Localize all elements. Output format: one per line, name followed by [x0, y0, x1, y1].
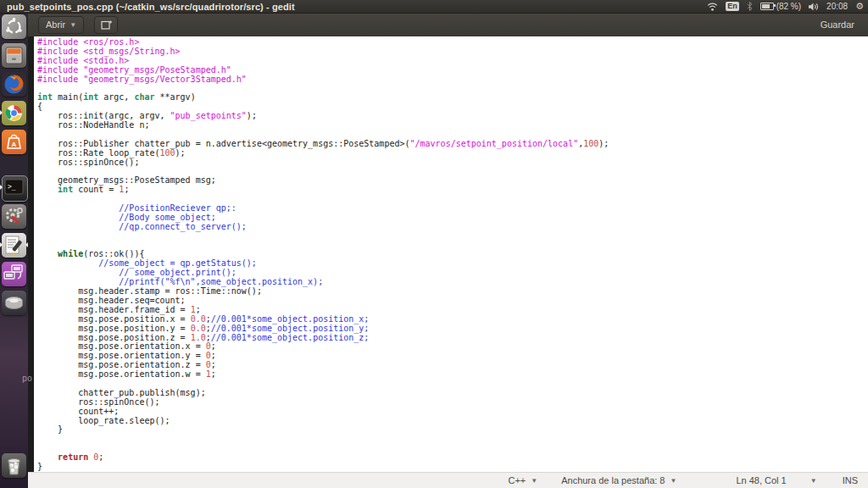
code-line: return 0; [37, 453, 868, 463]
running-indicator-chrome [0, 110, 3, 115]
tab-width-selector[interactable]: Anchura de la pestaña: 8 ▼ [561, 475, 676, 485]
code-line: } [37, 425, 868, 435]
code-line: ros::Rate loop_rate(100); [37, 149, 868, 158]
language-label: C++ [508, 475, 526, 485]
background-text-fragment: po [22, 374, 32, 383]
running-indicator-terminal [0, 185, 3, 190]
chevron-down-icon: ▼ [531, 477, 537, 485]
code-line: #include <std_msgs/String.h> [37, 47, 868, 57]
code-line: ros::spinOnce(); [37, 158, 868, 168]
code-line: //qp.connect_to_server(); [37, 223, 868, 232]
code-line: loop_rate.sleep(); [37, 417, 868, 426]
gedit-window: Abrir ▼ Guardar #include <ros/ros.h>#inc… [28, 13, 868, 488]
code-content: #include <ros/ros.h>#include <std_msgs/S… [34, 36, 868, 472]
gedit-toolbar: Abrir ▼ Guardar [28, 13, 868, 37]
keyboard-indicator[interactable]: En [726, 2, 739, 11]
trash-icon[interactable] [2, 453, 26, 478]
position-dropdown[interactable]: ▼ [810, 477, 817, 485]
code-line: msg.pose.orientation.w = 1; [37, 370, 868, 380]
svg-text:>_: >_ [8, 183, 16, 191]
code-line: #include "geometry_msgs/Vector3Stamped.h… [37, 75, 868, 85]
chevron-down-icon: ▼ [670, 477, 676, 485]
gear-icon[interactable]: ⚙ [855, 1, 864, 12]
code-line [37, 444, 868, 453]
software-center-icon[interactable]: A [2, 130, 26, 154]
status-bar: C++ ▼ Anchura de la pestaña: 8 ▼ Ln 48, … [28, 472, 868, 488]
bluetooth-icon[interactable] [747, 2, 753, 11]
code-line: ros::NodeHandle n; [37, 121, 868, 130]
system-settings-icon[interactable] [2, 204, 26, 229]
new-document-button[interactable] [94, 16, 118, 34]
code-line: int main(int argc, char **argv) [37, 93, 868, 103]
code-line: int count = 1; [37, 186, 868, 195]
code-line: ros::spinOnce(); [37, 398, 868, 408]
save-button[interactable]: Guardar [815, 19, 860, 30]
desktop: pub_setpoints_pos.cpp (~/catkin_ws/src/q… [0, 0, 868, 488]
wifi-icon[interactable] [707, 3, 718, 11]
hard-disk-icon[interactable] [2, 291, 26, 315]
gedit-icon[interactable] [2, 233, 26, 258]
code-line [37, 435, 868, 444]
code-line [37, 232, 868, 241]
text-editor-area[interactable]: #include <ros/ros.h>#include <std_msgs/S… [28, 36, 868, 472]
svg-text:A: A [12, 141, 17, 148]
insert-mode-label: INS [843, 475, 858, 485]
unity-launcher: A >_ [0, 13, 28, 488]
window-title: pub_setpoints_pos.cpp (~/catkin_ws/src/q… [7, 2, 295, 12]
tab-width-label: Anchura de la pestaña: 8 [561, 475, 665, 485]
firefox-icon[interactable] [2, 72, 26, 97]
chrome-icon[interactable] [2, 101, 26, 125]
code-line: geometry_msgs::PoseStamped msg; [37, 176, 868, 186]
remote-desktop-icon[interactable] [2, 262, 26, 286]
open-button[interactable]: Abrir ▼ [38, 16, 84, 34]
battery-indicator[interactable]: (82 %) [760, 2, 801, 11]
code-line: chatter_pub.publish(msg); [37, 389, 868, 398]
new-document-icon [101, 19, 112, 30]
code-line: ros::init(argc, argv, "pub_setpoints"); [37, 112, 868, 121]
files-icon[interactable] [2, 43, 26, 68]
code-line [37, 241, 868, 251]
clock[interactable]: 20:08 [826, 2, 848, 11]
volume-icon[interactable] [809, 3, 819, 11]
battery-icon [760, 3, 774, 10]
running-indicator-gedit [0, 242, 3, 247]
open-button-label: Abrir [46, 19, 65, 30]
language-selector[interactable]: C++ ▼ [508, 475, 537, 485]
top-panel: pub_setpoints_pos.cpp (~/catkin_ws/src/q… [0, 0, 868, 14]
focused-indicator-gedit [25, 242, 28, 247]
terminal-icon[interactable]: >_ [2, 175, 28, 202]
indicator-area: En (82 %) 20:08 ⚙ [707, 1, 868, 12]
battery-percent: (82 %) [776, 2, 801, 11]
chevron-down-icon: ▼ [70, 21, 76, 29]
cursor-position-label: Ln 48, Col 1 [736, 475, 786, 485]
ubuntu-dash-button[interactable] [2, 14, 26, 39]
code-line: } [37, 463, 868, 472]
